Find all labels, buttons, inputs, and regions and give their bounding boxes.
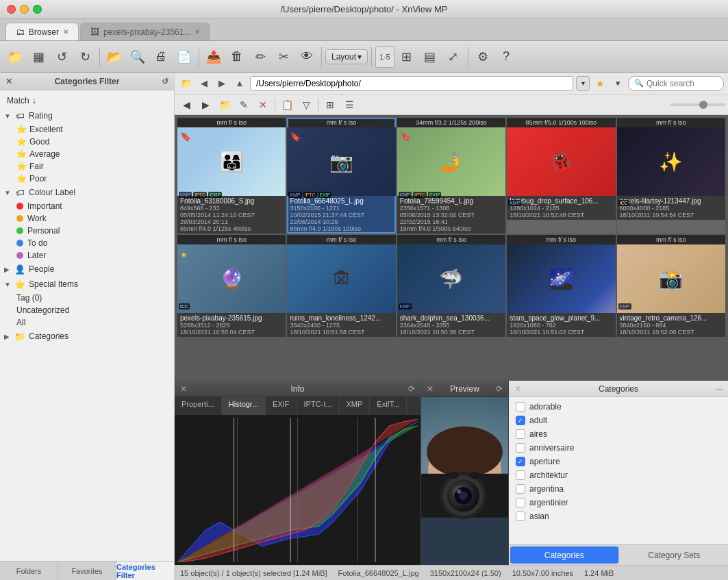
info-tab-properties[interactable]: Properti... xyxy=(175,397,222,415)
tab-photo-close[interactable]: ✕ xyxy=(194,28,200,36)
sidebar-refresh-icon[interactable]: ↺ xyxy=(162,77,168,86)
photo-cell-2[interactable]: 34mm f/3.2 1/125s 200iso 🤳 KMP IPTC EXIF… xyxy=(397,118,505,234)
refresh2-icon[interactable]: ↻ xyxy=(74,46,96,68)
edit-icon[interactable]: ✏ xyxy=(249,46,271,68)
rename-btn[interactable]: ✎ xyxy=(235,97,253,113)
view-grid-btn[interactable]: ⊞ xyxy=(321,97,339,113)
photo-cell-4[interactable]: mm f/ s iso ✨ ICC pexels-lilartsy-121344… xyxy=(617,118,725,234)
crop-icon[interactable]: ✂ xyxy=(273,46,294,68)
nav-folder-icon[interactable]: 📁 xyxy=(179,76,194,91)
info-tab-exift[interactable]: ExifT... xyxy=(370,397,407,415)
cat-checkbox-aperture[interactable]: ✓ xyxy=(516,457,525,466)
photo-cell-0[interactable]: mm f/ s iso 👨‍👩‍👧 KMP IPTC EXIF Fotolia_… xyxy=(177,118,286,234)
tab-photo[interactable]: 🖼 pexels-pixabay-23561... ✕ xyxy=(80,23,210,40)
cat-checkbox-aires[interactable] xyxy=(516,429,525,439)
cat-item-argentina[interactable]: argentina xyxy=(509,482,728,496)
photo-cell-1[interactable]: mm f/ s iso 📷 KMP IPTC EXIF Fotolia_6664… xyxy=(287,118,395,234)
match-row[interactable]: Match ↓ xyxy=(0,93,174,108)
forward-btn[interactable]: ▶ xyxy=(197,97,214,113)
tab-browser[interactable]: 🗂 Browser ✕ xyxy=(5,23,79,40)
cat-item-anniversaire[interactable]: anniversaire xyxy=(509,441,728,455)
move-icon[interactable]: 📤 xyxy=(203,46,225,68)
photo-cell-7[interactable]: mm f/ s iso 🦈 KMP shark_dolphin_sea_1300… xyxy=(397,235,505,337)
sidebar-close-icon[interactable]: ✕ xyxy=(5,77,12,86)
nav-back-icon[interactable]: ◀ xyxy=(197,76,212,91)
filter-btn[interactable]: ▽ xyxy=(297,97,315,113)
sidebar-item-all[interactable]: All xyxy=(12,316,174,329)
sidebar-item-fair[interactable]: ⭐ Fair xyxy=(12,160,174,173)
num-icon[interactable]: 1-5 xyxy=(375,46,394,68)
tab-browser-close[interactable]: ✕ xyxy=(63,28,68,36)
zoom-thumb[interactable] xyxy=(699,101,707,109)
cat-checkbox-argentina[interactable] xyxy=(516,484,525,494)
nav-up-icon[interactable]: ▲ xyxy=(232,76,247,91)
sidebar-item-later[interactable]: Later xyxy=(12,249,174,262)
copy-btn[interactable]: 📋 xyxy=(278,97,296,113)
sidebar-item-todo[interactable]: To do xyxy=(12,237,174,249)
cat-item-aperture[interactable]: ✓ aperture xyxy=(509,455,728,468)
layout-button[interactable]: Layout ▾ xyxy=(325,49,368,64)
nav-forward-icon[interactable]: ▶ xyxy=(214,76,229,91)
cat-checkbox-architektur[interactable] xyxy=(516,470,525,480)
window-controls[interactable] xyxy=(7,5,42,14)
photo-cell-8[interactable]: mm f/ s iso 🌌 stars_space_glow_planet_9.… xyxy=(507,235,615,337)
tree-people-row[interactable]: ▶ 👤 People xyxy=(0,262,174,277)
cat-checkbox-asian[interactable] xyxy=(516,512,525,521)
sidebar-item-poor[interactable]: ⭐ Poor xyxy=(12,173,174,185)
maximize-button[interactable] xyxy=(33,5,42,14)
sidebar-item-personal[interactable]: Personal xyxy=(12,225,174,237)
tab-categories-filter[interactable]: Categories Filter xyxy=(116,562,174,580)
sidebar-item-excellent[interactable]: ⭐ Excellent xyxy=(12,123,174,136)
cat-checkbox-adult[interactable]: ✓ xyxy=(516,416,525,425)
file-icon[interactable]: 📄 xyxy=(173,46,195,68)
cat-panel-close-icon[interactable]: ✕ xyxy=(514,384,521,394)
cat-item-adult[interactable]: ✓ adult xyxy=(509,414,728,427)
photo-cell-3[interactable]: 85mm f/5.0 1/100s 100iso 🐞 KMP ladybug_d… xyxy=(507,118,615,234)
cat-checkbox-anniversaire[interactable] xyxy=(516,443,525,453)
address-input[interactable] xyxy=(250,76,573,91)
delete-file-btn[interactable]: ✕ xyxy=(254,97,272,113)
rotate-icon[interactable]: ⤢ xyxy=(442,46,464,68)
view-detail-btn[interactable]: ☰ xyxy=(340,97,358,113)
tree-rating-row[interactable]: ▼ 🏷 Rating xyxy=(0,108,174,123)
print-icon[interactable]: 🖨 xyxy=(150,46,172,68)
cat-item-architektur[interactable]: architektur xyxy=(509,468,728,482)
info-tab-exif[interactable]: EXIF xyxy=(266,397,297,415)
preview-panel-restore-icon[interactable]: ⟳ xyxy=(496,384,503,394)
cat-item-asian[interactable]: asian xyxy=(509,509,728,523)
cat-tab-categories[interactable]: Categories xyxy=(510,546,619,564)
tree-categories-row[interactable]: ▶ 📁 Categories xyxy=(0,329,174,344)
photo-cell-9[interactable]: mm f/ s iso 📸 KMP ✦ vintage_retro_camera… xyxy=(617,235,725,337)
sidebar-item-important[interactable]: Important xyxy=(12,200,174,212)
sidebar-item-average[interactable]: ⭐ Average xyxy=(12,148,174,160)
help-icon[interactable]: ? xyxy=(495,46,517,68)
close-button[interactable] xyxy=(7,5,16,14)
tab-folders[interactable]: Folders xyxy=(0,562,58,580)
info-panel-restore-icon[interactable]: ⟳ xyxy=(408,384,415,394)
sidebar-item-tag[interactable]: Tag (0) xyxy=(12,292,174,304)
cat-tab-category-sets[interactable]: Category Sets xyxy=(620,545,729,565)
thumbnails-icon[interactable]: ▦ xyxy=(27,46,49,68)
delete-icon[interactable]: 🗑 xyxy=(226,46,248,68)
sidebar-item-good[interactable]: ⭐ Good xyxy=(12,136,174,148)
photo-cell-6[interactable]: mm f/ s iso 🏚 ruins_man_loneliness_1242.… xyxy=(287,235,395,337)
panel-icon[interactable]: ▤ xyxy=(419,46,441,68)
folder-icon[interactable]: 📂 xyxy=(103,46,125,68)
cat-item-aires[interactable]: aires xyxy=(509,427,728,441)
back-btn[interactable]: ◀ xyxy=(177,97,195,113)
sidebar-item-uncategorized[interactable]: Uncategorized xyxy=(12,304,174,316)
new-folder-btn[interactable]: 📁 xyxy=(216,97,234,113)
info-tab-xmp[interactable]: XMP xyxy=(340,397,371,415)
search-input[interactable] xyxy=(647,79,715,88)
settings-icon[interactable]: ⚙ xyxy=(472,46,494,68)
bookmark-arrow-icon[interactable]: ▾ xyxy=(610,76,625,91)
tree-special-row[interactable]: ▼ ⭐ Special Items xyxy=(0,277,174,292)
folder2-icon[interactable]: 🔍 xyxy=(127,46,149,68)
zoom-slider[interactable] xyxy=(670,103,725,106)
tab-favorites[interactable]: Favorites xyxy=(58,562,116,580)
tree-colour-row[interactable]: ▼ 🏷 Colour Label xyxy=(0,185,174,200)
sidebar-item-work[interactable]: Work xyxy=(12,212,174,225)
cat-item-adorable[interactable]: adorable xyxy=(509,400,728,414)
bookmark-star-icon[interactable]: ★ xyxy=(592,76,607,91)
minimize-button[interactable] xyxy=(20,5,29,14)
